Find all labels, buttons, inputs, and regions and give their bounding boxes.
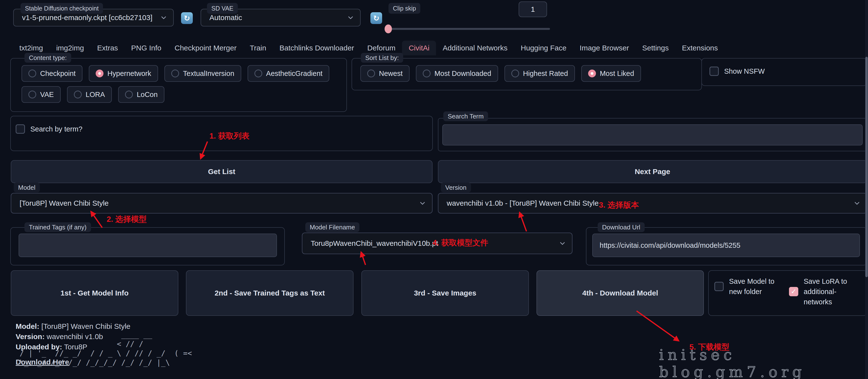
sort-label: Sort List by: [361,53,403,63]
checkbox-icon [789,287,798,296]
refresh-checkpoint-icon[interactable]: ↻ [181,12,193,24]
content-type-option-hypernetwork[interactable]: Hypernetwork [89,65,158,82]
tab-batchlinks-downloader[interactable]: Batchlinks Downloader [273,41,361,55]
radio-icon [96,69,103,77]
app-window: Stable Diffusion checkpoint v1-5-pruned-… [0,0,868,379]
content-type-option-vae[interactable]: VAE [22,86,61,103]
tab-checkpoint-merger[interactable]: Checkpoint Merger [168,41,243,55]
search-by-term-checkbox[interactable]: Search by term? [16,124,83,134]
annotation-5: 5. 下载模型 [689,342,730,353]
clip-skip-slider-handle[interactable] [384,25,392,33]
chevron-down-icon [559,240,566,246]
annotation-3: 3. 选择版本 [599,200,639,210]
download-here-link[interactable]: Download Here [16,358,69,366]
download-url-input[interactable]: https://civitai.com/api/download/models/… [592,234,860,257]
tab-image-browser[interactable]: Image Browser [573,41,636,55]
model-dropdown[interactable]: [Toru8P] Waven Chibi Style [11,193,433,213]
radio-icon [171,69,179,77]
vae-label: SD VAE [207,3,238,14]
radio-icon [423,69,431,77]
tab-train[interactable]: Train [243,41,273,55]
search-term-label: Search Term [443,111,488,121]
trained-tags-label: Trained Tags (if any) [25,222,91,232]
radio-icon [28,91,36,98]
tab-settings[interactable]: Settings [636,41,675,55]
tab-civitai[interactable]: CivitAi [402,41,436,55]
info-model-line: Model: [Toru8P] Waven Chibi Style [16,322,130,330]
radio-icon [74,91,82,98]
checkpoint-label: Stable Diffusion checkpoint [21,3,103,14]
checkbox-icon [710,66,719,76]
scrollbar-thumb[interactable] [865,57,868,277]
sort-option-most-liked[interactable]: Most Liked [581,65,641,82]
radio-icon [254,69,262,77]
save-trained-tags-button[interactable]: 2nd - Save Trained Tags as Text [186,270,353,316]
refresh-vae-icon[interactable]: ↻ [370,12,382,24]
scrollbar-track[interactable] [865,0,868,379]
tab-additional-networks[interactable]: Additional Networks [436,41,514,55]
model-filename-label: Model Filename [305,222,360,232]
search-term-input[interactable] [442,124,863,145]
get-model-info-button[interactable]: 1st - Get Model Info [11,270,178,316]
annotation-2: 2. 选择模型 [107,214,147,225]
version-dropdown[interactable]: wavenchibi v1.0b - [Toru8P] Waven Chibi … [438,193,867,213]
get-list-button[interactable]: Get List [11,160,433,183]
version-label: Version [441,183,471,193]
tab-extras[interactable]: Extras [91,41,125,55]
annotation-1: 1. 获取列表 [209,131,250,142]
show-nsfw-checkbox[interactable]: Show NSFW [710,66,765,76]
content-type-label: Content type: [25,53,71,63]
info-version-line: Version: wavenchibi v1.0b [16,332,103,341]
clip-skip-number-input[interactable]: 1 [519,1,547,17]
content-type-option-textualinversion[interactable]: TextualInversion [164,65,241,82]
chevron-down-icon [419,200,426,206]
content-type-option-aestheticgradient[interactable]: AestheticGradient [248,65,330,82]
chevron-down-icon [160,14,167,21]
chevron-down-icon [854,200,860,206]
search-term-group [438,118,867,151]
radio-icon [125,91,133,98]
radio-icon [511,69,519,77]
tab-hugging-face[interactable]: Hugging Face [514,41,573,55]
sort-option-newest[interactable]: Newest [360,65,409,82]
content-type-option-checkpoint[interactable]: Checkpoint [22,65,83,82]
save-lora-additional-networks-checkbox[interactable]: Save LoRA to additional- networks [789,276,847,307]
checkbox-icon [16,124,25,134]
model-label: Model [14,183,40,193]
annotation-4: 4. 获取模型文件 [433,237,488,248]
info-uploaded-by-line: Uploaded by: Toru8P [16,343,87,351]
save-images-button[interactable]: 3rd - Save Images [361,270,529,316]
download-model-button[interactable]: 4th - Download Model [536,270,704,316]
radio-icon [28,69,36,77]
trained-tags-input[interactable] [19,234,277,257]
version-value: wavenchibi v1.0b - [Toru8P] Waven Chibi … [447,194,599,213]
radio-icon [588,69,596,77]
next-page-button[interactable]: Next Page [438,160,867,183]
save-model-new-folder-checkbox[interactable]: Save Model to new folder [714,276,774,297]
content-type-option-locon[interactable]: LoCon [118,86,164,103]
model-filename-value: Toru8pWavenChibi_wavenchibiV10b.pt [311,233,438,254]
clip-skip-label: Clip skip [389,3,420,14]
clip-skip-slider-track[interactable] [386,28,550,30]
radio-icon [367,69,375,77]
chevron-down-icon [347,14,354,21]
sort-option-most-downloaded[interactable]: Most Downloaded [416,65,498,82]
checkbox-icon [714,282,724,291]
model-value: [Toru8P] Waven Chibi Style [20,194,108,213]
download-url-label: Download Url [598,222,645,232]
content-type-option-lora[interactable]: LORA [67,86,112,103]
sort-option-highest-rated[interactable]: Highest Rated [504,65,575,82]
tab-png-info[interactable]: PNG Info [125,41,168,55]
tab-extensions[interactable]: Extensions [676,41,725,55]
